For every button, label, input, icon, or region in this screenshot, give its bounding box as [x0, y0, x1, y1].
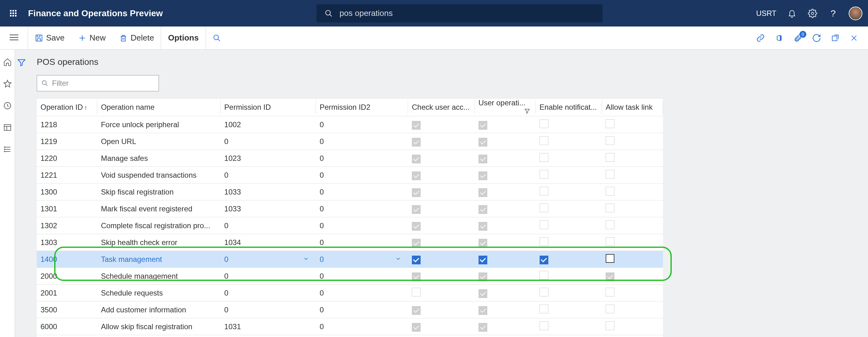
cell-permission-id[interactable]: 0: [221, 268, 316, 285]
checkbox[interactable]: [606, 170, 614, 179]
col-user-operation[interactable]: User operati...: [475, 98, 536, 116]
table-row[interactable]: 6000 Allow skip fiscal registration 1031…: [37, 318, 663, 335]
table-row[interactable]: 2001 Schedule requests 0 0: [37, 285, 663, 302]
new-button[interactable]: New: [71, 27, 113, 49]
cell-permission-id[interactable]: 0: [221, 167, 316, 184]
cell-permission-id2[interactable]: 0: [316, 116, 408, 133]
checkbox[interactable]: [478, 121, 487, 130]
checkbox[interactable]: [539, 220, 548, 229]
recent-icon[interactable]: [3, 101, 12, 110]
office-button[interactable]: [774, 33, 784, 43]
checkbox[interactable]: [412, 138, 421, 147]
toolbar-search-button[interactable]: [206, 27, 228, 49]
grid-filter-input[interactable]: Filter: [37, 75, 159, 91]
cell-permission-id[interactable]: 1023: [221, 150, 316, 167]
checkbox[interactable]: [478, 306, 487, 315]
checkbox[interactable]: [606, 254, 614, 263]
refresh-button[interactable]: [811, 33, 822, 43]
table-row[interactable]: 3500 Add customer information 0 0: [37, 302, 663, 318]
checkbox[interactable]: [412, 155, 421, 163]
cell-permission-id2[interactable]: 0: [316, 167, 408, 184]
table-row[interactable]: 1302 Complete fiscal registration pro...…: [37, 217, 663, 234]
checkbox[interactable]: [539, 136, 548, 145]
cell-permission-id2[interactable]: 0: [316, 201, 408, 217]
user-label[interactable]: USRT: [756, 9, 776, 18]
checkbox[interactable]: [412, 288, 421, 297]
cell-permission-id2[interactable]: 0: [316, 251, 408, 268]
nav-toggle-button[interactable]: [0, 27, 28, 49]
cell-permission-id[interactable]: 0: [221, 133, 316, 150]
checkbox[interactable]: [478, 273, 487, 281]
modules-icon[interactable]: [3, 145, 12, 154]
save-button[interactable]: Save: [28, 27, 71, 49]
settings-button[interactable]: [808, 8, 817, 19]
cell-permission-id[interactable]: 0: [221, 302, 316, 318]
checkbox[interactable]: [606, 273, 614, 281]
checkbox[interactable]: [478, 188, 487, 197]
cell-permission-id[interactable]: 1033: [221, 184, 316, 201]
checkbox[interactable]: [606, 288, 614, 297]
checkbox[interactable]: [539, 187, 548, 195]
attachments-button[interactable]: 0: [793, 33, 803, 43]
workspaces-icon[interactable]: [3, 123, 12, 132]
table-row[interactable]: 1303 Skip health check error 1034 0: [37, 234, 663, 251]
cell-permission-id[interactable]: 1034: [221, 234, 316, 251]
global-search-input[interactable]: pos operations: [316, 4, 602, 23]
checkbox[interactable]: [606, 305, 614, 313]
cell-permission-id2[interactable]: 0: [316, 318, 408, 335]
cell-permission-id[interactable]: 1002: [221, 116, 316, 133]
table-row[interactable]: 1301 Mark fiscal event registered 1033 0: [37, 201, 663, 217]
checkbox[interactable]: [606, 220, 614, 229]
cell-permission-id2[interactable]: 0: [316, 234, 408, 251]
checkbox[interactable]: [539, 204, 548, 212]
checkbox[interactable]: [539, 288, 548, 297]
checkbox[interactable]: [606, 204, 614, 212]
checkbox[interactable]: [478, 155, 487, 163]
checkbox[interactable]: [606, 153, 614, 162]
table-row[interactable]: 1400 Task management 0 0: [37, 251, 663, 268]
cell-permission-id[interactable]: 1024: [221, 335, 316, 337]
chevron-down-icon[interactable]: [395, 255, 401, 264]
cell-permission-id2[interactable]: 0: [316, 184, 408, 201]
checkbox[interactable]: [539, 321, 548, 330]
popout-button[interactable]: [830, 33, 841, 43]
checkbox[interactable]: [412, 188, 421, 197]
checkbox[interactable]: [539, 271, 548, 280]
checkbox[interactable]: [478, 138, 487, 147]
table-row[interactable]: 1218 Force unlock peripheral 1002 0: [37, 116, 663, 133]
chevron-down-icon[interactable]: [303, 255, 309, 264]
table-row[interactable]: 1217 Disassemble kits 1024 0: [37, 335, 663, 337]
user-avatar[interactable]: [849, 6, 862, 20]
checkbox[interactable]: [606, 321, 614, 330]
col-permission-id2[interactable]: Permission ID2: [316, 98, 408, 116]
cell-permission-id2[interactable]: 0: [316, 335, 408, 337]
filter-pane-toggle[interactable]: [15, 50, 28, 337]
checkbox[interactable]: [478, 323, 487, 332]
cell-permission-id[interactable]: 0: [221, 251, 316, 268]
col-operation-name[interactable]: Operation name: [97, 98, 221, 116]
checkbox[interactable]: [606, 187, 614, 195]
checkbox[interactable]: [478, 239, 487, 248]
checkbox[interactable]: [412, 205, 421, 214]
cell-permission-id[interactable]: 0: [221, 217, 316, 234]
cell-permission-id2[interactable]: 0: [316, 217, 408, 234]
favorites-icon[interactable]: [3, 80, 12, 88]
col-allow-task-link[interactable]: Allow task link: [602, 98, 663, 116]
table-row[interactable]: 1220 Manage safes 1023 0: [37, 150, 663, 167]
col-enable-notification[interactable]: Enable notificat...: [536, 98, 602, 116]
delete-button[interactable]: Delete: [113, 27, 161, 49]
checkbox[interactable]: [539, 256, 548, 264]
cell-permission-id2[interactable]: 0: [316, 133, 408, 150]
table-row[interactable]: 1219 Open URL 0 0: [37, 133, 663, 150]
col-check-user-access[interactable]: Check user acc...: [408, 98, 475, 116]
cell-permission-id[interactable]: 0: [221, 285, 316, 302]
table-row[interactable]: 1300 Skip fiscal registration 1033 0: [37, 184, 663, 201]
checkbox[interactable]: [412, 121, 421, 130]
checkbox[interactable]: [478, 222, 487, 231]
cell-permission-id2[interactable]: 0: [316, 302, 408, 318]
checkbox[interactable]: [539, 237, 548, 246]
cell-permission-id[interactable]: 1031: [221, 318, 316, 335]
checkbox[interactable]: [412, 172, 421, 180]
checkbox[interactable]: [412, 273, 421, 281]
col-permission-id[interactable]: Permission ID: [221, 98, 316, 116]
